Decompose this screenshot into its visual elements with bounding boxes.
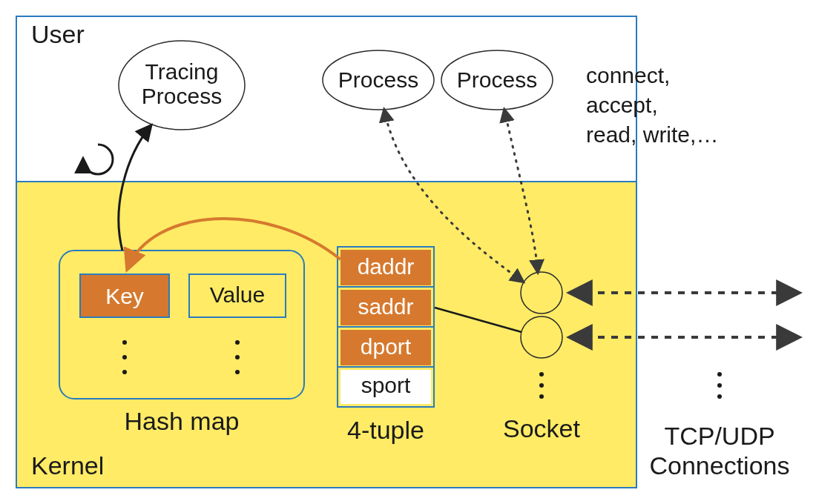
svg-point-1 xyxy=(122,340,127,345)
svg-point-15 xyxy=(539,372,544,377)
hashmap-key-text: Key xyxy=(105,284,144,308)
four-tuple: daddr saddr dport sport xyxy=(338,247,434,407)
loop-icon xyxy=(83,145,113,174)
user-label: User xyxy=(31,20,85,48)
conn-vdots xyxy=(717,372,722,399)
svg-point-17 xyxy=(539,394,544,399)
svg-point-3 xyxy=(122,370,127,374)
process-2-label: Process xyxy=(457,67,537,92)
syscall-line1: connect, xyxy=(586,63,670,87)
connections-line2: Connections xyxy=(649,451,789,480)
svg-point-5 xyxy=(235,355,240,359)
tracing-process-line2: Process xyxy=(142,84,222,108)
process-1-label: Process xyxy=(338,67,418,92)
svg-point-2 xyxy=(122,355,127,359)
svg-point-19 xyxy=(717,383,722,388)
hashmap-title: Hash map xyxy=(125,407,240,435)
four-tuple-daddr: daddr xyxy=(358,254,415,279)
svg-point-16 xyxy=(539,383,544,388)
connections-line1: TCP/UDP xyxy=(664,422,774,450)
socket-label: Socket xyxy=(503,414,580,442)
syscall-line3: read, write,… xyxy=(586,122,718,147)
svg-point-18 xyxy=(717,372,722,377)
svg-point-4 xyxy=(235,340,240,345)
hashmap-value-text: Value xyxy=(210,282,266,307)
four-tuple-sport: sport xyxy=(361,373,411,397)
tracing-process-line1: Tracing xyxy=(145,59,219,84)
four-tuple-saddr: saddr xyxy=(358,294,413,319)
kernel-label: Kernel xyxy=(31,451,104,480)
four-tuple-dport: dport xyxy=(361,334,412,359)
four-tuple-title: 4-tuple xyxy=(347,416,424,444)
syscall-line2: accept, xyxy=(586,93,658,117)
svg-point-6 xyxy=(235,370,240,374)
svg-point-20 xyxy=(717,394,722,399)
